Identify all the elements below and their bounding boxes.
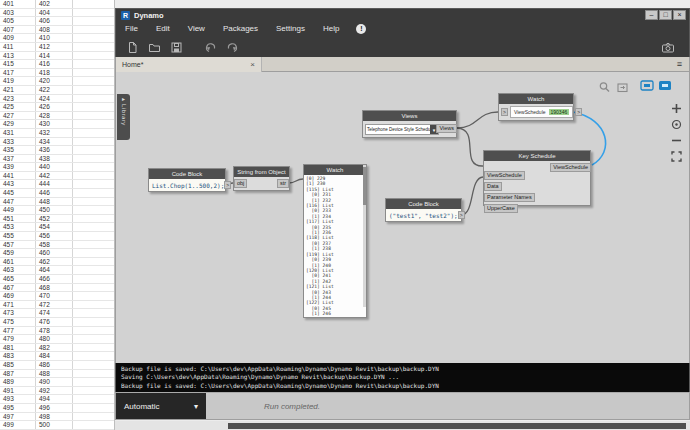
spreadsheet-cell[interactable]: 401 [0,0,36,8]
spreadsheet-cell[interactable]: 408 [36,26,73,34]
spreadsheet-cell[interactable] [73,138,114,146]
spreadsheet-cell[interactable]: 451 [0,215,36,223]
spreadsheet-cell[interactable]: 472 [36,301,73,309]
zoom-in-button[interactable] [670,102,683,115]
library-collapsed-tab[interactable]: ▸ Library [117,94,130,140]
spreadsheet-cell[interactable]: 453 [0,223,36,231]
spreadsheet-cell[interactable] [73,112,114,120]
spreadsheet-cell[interactable]: 464 [36,266,73,274]
spreadsheet-cell[interactable]: 442 [36,172,73,180]
spreadsheet-cell[interactable]: 463 [0,266,36,274]
code-block-code[interactable]: List.Chop(1..500,2); [152,182,224,189]
spreadsheet-cell[interactable]: 407 [0,26,36,34]
export-image-camera-icon[interactable] [661,40,675,54]
spreadsheet-cell[interactable]: 482 [36,344,73,352]
code-block-code[interactable]: ("test1", "test2"); [389,212,458,219]
spreadsheet-cell[interactable]: 498 [36,413,73,421]
spreadsheet-cell[interactable] [73,180,114,188]
node-header[interactable]: Watch [499,94,573,104]
spreadsheet-cell[interactable] [73,26,114,34]
spreadsheet-cell[interactable] [73,370,114,378]
spreadsheet-cell[interactable]: 435 [0,146,36,154]
spreadsheet-cell[interactable]: 459 [0,249,36,257]
spreadsheet-cell[interactable] [73,69,114,77]
spreadsheet-cell[interactable] [73,17,114,25]
spreadsheet-cell[interactable]: 406 [36,17,73,25]
spreadsheet-cell[interactable] [73,215,114,223]
spreadsheet-cell[interactable]: 445 [0,189,36,197]
spreadsheet-cell[interactable]: 409 [0,34,36,42]
spreadsheet-cell[interactable] [73,60,114,68]
spreadsheet-cell[interactable]: 423 [0,95,36,103]
spreadsheet-cell[interactable] [73,395,114,403]
spreadsheet-cell[interactable]: 487 [0,370,36,378]
spreadsheet-cell[interactable]: 461 [0,258,36,266]
spreadsheet-cell[interactable] [73,129,114,137]
output-port[interactable]: Views [436,124,457,133]
spreadsheet-cell[interactable]: 402 [36,0,73,8]
save-icon[interactable] [169,40,183,54]
menu-item[interactable]: Help [314,21,348,37]
spreadsheet-cell[interactable] [73,301,114,309]
spreadsheet-cell[interactable]: 412 [36,43,73,51]
spreadsheet-cell[interactable] [73,275,114,283]
spreadsheet-cell[interactable]: 420 [36,77,73,85]
spreadsheet-cell[interactable] [73,318,114,326]
pan-target-button[interactable] [670,118,683,131]
spreadsheet-cell[interactable]: 485 [0,361,36,369]
spreadsheet-cell[interactable]: 496 [36,404,73,412]
input-port[interactable]: obj [234,179,247,188]
spreadsheet-cell[interactable]: 424 [36,95,73,103]
horizontal-scrollbar-thumb[interactable] [228,423,686,429]
maximize-button[interactable]: □ [659,10,672,20]
spreadsheet-cell[interactable]: 470 [36,292,73,300]
spreadsheet-cell[interactable]: 494 [36,395,73,403]
spreadsheet-cell[interactable] [73,146,114,154]
spreadsheet-cell[interactable] [73,335,114,343]
spreadsheet-cell[interactable] [73,52,114,60]
spreadsheet-cell[interactable] [73,198,114,206]
spreadsheet-cell[interactable] [73,404,114,412]
spreadsheet-cell[interactable]: 441 [0,172,36,180]
spreadsheet-cell[interactable]: 489 [0,378,36,386]
spreadsheet-cell[interactable]: 437 [0,155,36,163]
spreadsheet-cell[interactable] [73,327,114,335]
input-port[interactable]: > [501,108,508,116]
spreadsheet-cell[interactable]: 460 [36,249,73,257]
spreadsheet-cell[interactable] [73,258,114,266]
views-dropdown[interactable]: Telephone Device Style Schedule ▾ [365,124,439,135]
spreadsheet-cell[interactable]: 404 [36,9,73,17]
spreadsheet-cell[interactable]: 416 [36,60,73,68]
spreadsheet-cell[interactable] [73,86,114,94]
menu-item[interactable]: Edit [147,21,179,37]
spreadsheet-cell[interactable]: 449 [0,206,36,214]
node-header[interactable]: String from Object [234,167,289,177]
spreadsheet-cell[interactable]: 495 [0,404,36,412]
watch-scrollbar[interactable] [363,165,366,307]
spreadsheet-cell[interactable] [73,232,114,240]
output-port[interactable]: ViewSchedule [550,163,591,172]
spreadsheet-cell[interactable]: 484 [36,352,73,360]
close-button[interactable]: × [673,10,686,20]
spreadsheet-cell[interactable]: 440 [36,163,73,171]
output-port[interactable]: str [277,179,289,188]
spreadsheet-cell[interactable] [73,9,114,17]
spreadsheet-cell[interactable] [73,172,114,180]
spreadsheet-cell[interactable]: 458 [36,241,73,249]
spreadsheet-cell[interactable] [73,163,114,171]
spreadsheet-cell[interactable]: 456 [36,232,73,240]
notifications-icon[interactable]: ! [356,24,366,34]
menu-item[interactable]: Packages [214,21,267,37]
spreadsheet-cell[interactable]: 434 [36,138,73,146]
spreadsheet-cell[interactable]: 429 [0,120,36,128]
spreadsheet-cell[interactable] [73,77,114,85]
spreadsheet-cell[interactable]: 483 [0,352,36,360]
zoom-fit-button[interactable] [670,150,683,163]
spreadsheet-cell[interactable]: 415 [0,60,36,68]
spreadsheet-cell[interactable]: 433 [0,138,36,146]
spreadsheet-cell[interactable]: 476 [36,318,73,326]
spreadsheet-cell[interactable]: 443 [0,180,36,188]
spreadsheet-cell[interactable]: 480 [36,335,73,343]
node-header[interactable]: Views [363,111,456,121]
spreadsheet-cell[interactable] [73,43,114,51]
